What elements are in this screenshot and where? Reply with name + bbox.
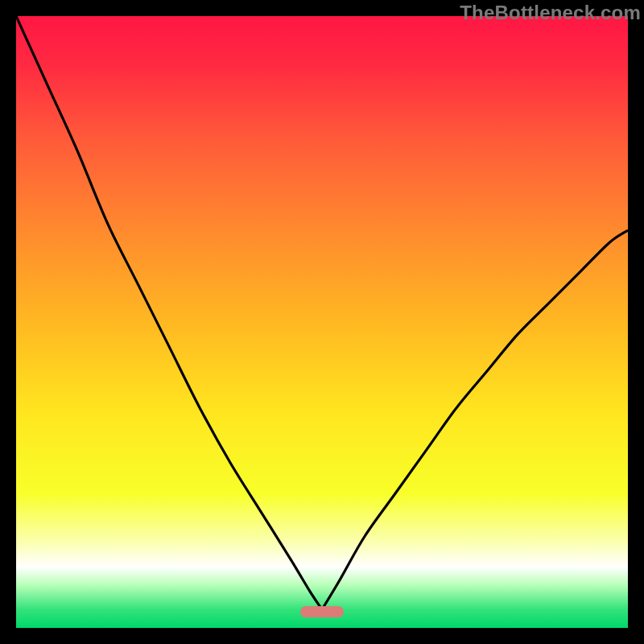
bottleneck-curve	[16, 16, 628, 628]
curve-right-branch	[322, 230, 628, 609]
chart-frame: TheBottleneck.com	[0, 0, 644, 644]
optimal-point-marker	[300, 606, 344, 617]
curve-left-branch	[16, 16, 322, 609]
plot-area	[16, 16, 628, 628]
watermark-text: TheBottleneck.com	[460, 2, 641, 24]
